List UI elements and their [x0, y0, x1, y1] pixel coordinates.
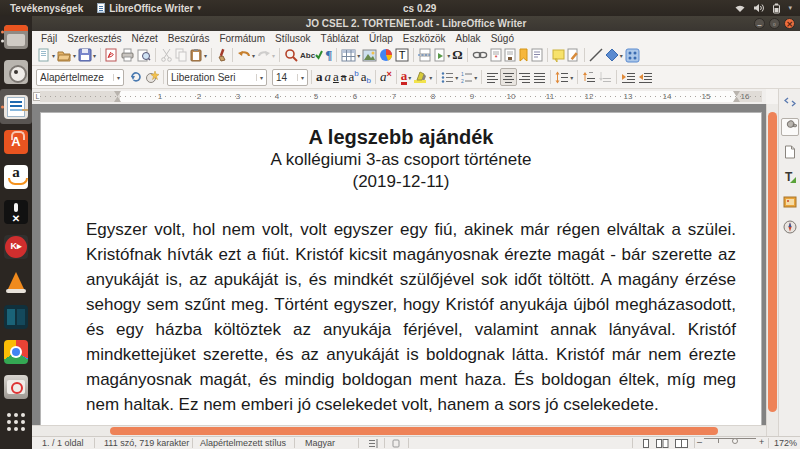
app-menu[interactable]: LibreOffice Writer ▾	[97, 3, 201, 14]
clear-formatting-button[interactable]: a×	[379, 68, 393, 86]
justify-button[interactable]	[532, 68, 547, 86]
font-color-button[interactable]: a	[400, 68, 413, 86]
word-count[interactable]: 111 szó, 719 karakter	[104, 438, 189, 448]
launcher-item-files[interactable]	[0, 19, 32, 54]
maximize-button[interactable]: ▫	[769, 18, 780, 29]
underline-button[interactable]: a	[332, 68, 340, 86]
launcher-item-video-panels[interactable]	[0, 299, 32, 334]
horizontal-scrollbar[interactable]	[32, 425, 766, 436]
document-area[interactable]: A legszebb ajándék A kollégiumi 3-as cso…	[32, 104, 766, 425]
increase-paragraph-spacing-button[interactable]	[581, 68, 597, 86]
menu-styles[interactable]: Stílusok	[270, 33, 316, 44]
italic-button[interactable]: a	[324, 68, 333, 86]
redo-button[interactable]	[256, 46, 276, 64]
track-changes-button[interactable]	[566, 46, 581, 64]
text-language[interactable]: Magyar	[305, 438, 335, 448]
increase-indent-button[interactable]	[620, 68, 637, 86]
document-page[interactable]: A legszebb ajándék A kollégiumi 3-as cso…	[40, 112, 762, 425]
sidebar-settings-icon[interactable]	[781, 93, 799, 111]
horizontal-ruler[interactable]: L 1 2 3 4 5 6 7 8 9 10 11	[32, 89, 766, 104]
draw-functions-button[interactable]	[624, 46, 641, 64]
launcher-item-libreoffice-writer[interactable]	[0, 89, 32, 124]
zoom-level[interactable]: 172%	[774, 438, 797, 448]
page-style[interactable]: Alapértelmezett stílus	[200, 438, 286, 448]
sidebar-tab-page[interactable]	[781, 143, 799, 161]
sidebar-tab-properties[interactable]	[781, 118, 799, 136]
menu-help[interactable]: Súgó	[486, 33, 519, 44]
horizontal-scrollbar-thumb[interactable]	[110, 427, 718, 435]
book-view-icon[interactable]	[675, 439, 688, 449]
launcher-item-rhythmbox[interactable]	[0, 54, 32, 89]
activities-button[interactable]: Tevékenységek	[10, 3, 83, 14]
insert-endnote-button[interactable]	[503, 46, 517, 64]
decrease-indent-button[interactable]	[637, 68, 654, 86]
titlebar[interactable]: JO CSEL 2. TORTENET.odt - LibreOffice Wr…	[32, 16, 800, 31]
launcher-item-ktube[interactable]	[0, 229, 32, 264]
insert-page-break-button[interactable]	[417, 46, 433, 64]
menu-file[interactable]: Fájl	[36, 33, 62, 44]
align-center-button[interactable]	[500, 68, 517, 86]
vertical-scrollbar[interactable]	[766, 104, 778, 436]
save-button[interactable]	[77, 46, 97, 64]
close-button[interactable]: ✕	[784, 18, 795, 29]
formatting-marks-button[interactable]: ¶	[324, 46, 333, 64]
numbered-list-button[interactable]: 12	[459, 68, 478, 86]
line-spacing-button[interactable]	[554, 68, 574, 86]
copy-button[interactable]	[174, 46, 189, 64]
zoom-slider-handle[interactable]	[732, 438, 738, 444]
single-page-view-icon[interactable]	[642, 439, 650, 449]
insert-table-button[interactable]	[340, 46, 361, 64]
strikethrough-button[interactable]: a	[340, 68, 348, 86]
sidebar-tab-gallery[interactable]	[781, 193, 799, 211]
launcher-item-ubuntu-software[interactable]	[0, 124, 32, 159]
menu-window[interactable]: Ablak	[451, 33, 486, 44]
superscript-button[interactable]: ab	[348, 68, 360, 86]
bullet-list-button[interactable]	[440, 68, 459, 86]
launcher-item-show-applications[interactable]	[0, 404, 32, 439]
menu-table[interactable]: Táblázat	[316, 33, 364, 44]
document-modified-icon[interactable]	[392, 439, 400, 449]
menu-tools[interactable]: Eszközök	[398, 33, 451, 44]
sidebar-tab-styles[interactable]: T	[781, 168, 799, 186]
launcher-item-chrome[interactable]	[0, 334, 32, 369]
launcher-item-media-app[interactable]	[0, 194, 32, 229]
clone-formatting-button[interactable]	[215, 46, 229, 64]
print-preview-button[interactable]	[136, 46, 152, 64]
insert-special-character-button[interactable]: Ω	[451, 46, 463, 64]
insert-comment-button[interactable]	[551, 46, 566, 64]
insert-cross-reference-button[interactable]	[530, 46, 544, 64]
bold-button[interactable]: a	[315, 68, 324, 86]
basic-shapes-button[interactable]	[604, 46, 624, 64]
open-button[interactable]	[56, 46, 77, 64]
align-left-button[interactable]	[485, 68, 500, 86]
insert-field-button[interactable]	[433, 46, 451, 64]
insert-chart-button[interactable]	[378, 46, 394, 64]
paragraph-style-combobox[interactable]: Alapértelmeze▾	[36, 69, 124, 86]
zoom-out-button[interactable]: –	[697, 437, 702, 447]
paste-button[interactable]	[189, 46, 208, 64]
find-replace-button[interactable]	[283, 46, 299, 64]
highlight-color-button[interactable]	[412, 68, 433, 86]
cut-button[interactable]	[159, 46, 174, 64]
insert-footnote-button[interactable]: *	[489, 46, 503, 64]
sidebar-tab-navigator[interactable]	[781, 218, 799, 236]
menu-format[interactable]: Formátum	[214, 33, 270, 44]
zoom-slider[interactable]	[704, 438, 756, 439]
clock[interactable]: cs 0.29	[403, 0, 436, 16]
insert-hyperlink-button[interactable]	[471, 46, 489, 64]
decrease-paragraph-spacing-button[interactable]	[597, 68, 613, 86]
minimize-button[interactable]: –	[754, 18, 765, 29]
spelling-button[interactable]: Abc	[299, 46, 324, 64]
vertical-scrollbar-thumb[interactable]	[768, 112, 777, 412]
subscript-button[interactable]: ab	[360, 68, 372, 86]
align-right-button[interactable]	[517, 68, 532, 86]
multi-page-view-icon[interactable]	[656, 439, 669, 449]
launcher-item-vlc[interactable]	[0, 264, 32, 299]
undo-button[interactable]	[236, 46, 256, 64]
insert-bookmark-button[interactable]	[517, 46, 530, 64]
new-document-button[interactable]	[36, 46, 56, 64]
font-size-combobox[interactable]: 14▾	[272, 69, 308, 86]
launcher-item-screen-recorder[interactable]	[0, 369, 32, 404]
launcher-item-amazon[interactable]	[0, 159, 32, 194]
menu-edit[interactable]: Szerkesztés	[62, 33, 126, 44]
